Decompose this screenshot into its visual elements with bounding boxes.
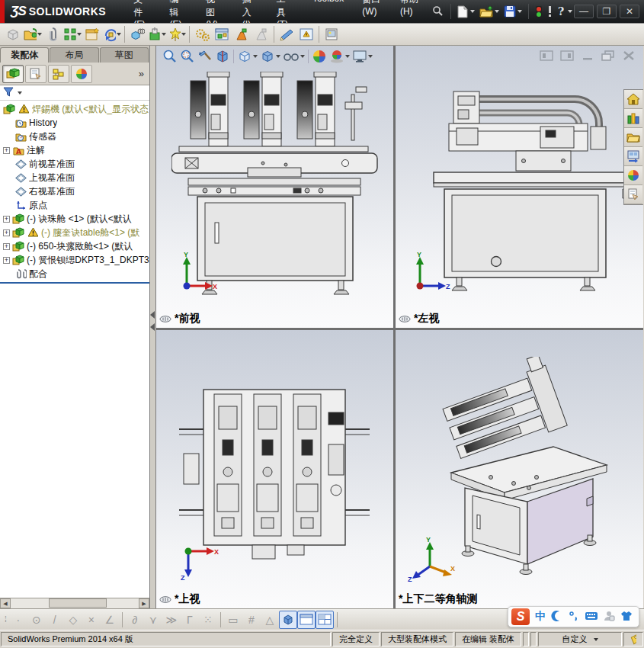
apply-scene-icon[interactable]	[328, 48, 351, 65]
close-button[interactable]: ✕	[620, 5, 639, 18]
viewport-vertical-splitter[interactable]	[393, 46, 396, 608]
view-palette-icon[interactable]	[624, 147, 642, 166]
move-component-icon[interactable]	[102, 24, 122, 44]
display-style-icon[interactable]	[259, 48, 281, 65]
sketch-corner-icon[interactable]: Γ	[181, 611, 199, 629]
viewport-front[interactable]: Y X *前视	[156, 46, 393, 328]
resources-home-icon[interactable]	[624, 90, 642, 109]
sketch-circle-icon[interactable]: ⊙	[27, 611, 46, 629]
tree-item-history[interactable]: History	[0, 116, 149, 130]
section-view-icon[interactable]	[277, 24, 296, 44]
instant3d-icon[interactable]	[232, 24, 252, 44]
search-icon[interactable]	[431, 4, 446, 19]
new-document-icon[interactable]	[456, 4, 476, 20]
minimize-button[interactable]: —	[574, 5, 594, 18]
ime-softkeyboard-icon[interactable]	[585, 611, 598, 624]
doc-window-icon-2[interactable]	[560, 50, 574, 61]
configurationmanager-tab-icon[interactable]	[48, 65, 69, 83]
displaymanager-tab-icon[interactable]	[71, 65, 92, 83]
shaded-view-icon[interactable]	[279, 611, 297, 629]
linear-component-pattern-icon[interactable]	[62, 24, 82, 44]
design-library-icon[interactable]	[624, 109, 642, 128]
sketch-offset-icon[interactable]: ≫	[162, 611, 181, 629]
ime-mode-chinese[interactable]: 中	[535, 610, 546, 624]
tree-item-front-plane[interactable]: 前视基准面	[0, 157, 149, 171]
propertymanager-tab-icon[interactable]	[25, 65, 46, 83]
featuremanager-tab-icon[interactable]	[2, 65, 24, 83]
previous-view-icon[interactable]	[197, 48, 213, 65]
appearances-scenes-icon[interactable]	[624, 166, 642, 185]
scroll-thumb[interactable]	[49, 598, 107, 608]
tab-sketch[interactable]: 草图	[100, 47, 149, 63]
doc-minimize-icon[interactable]	[581, 50, 594, 61]
zoom-to-area-icon[interactable]	[179, 48, 196, 65]
scroll-left-arrow[interactable]: ◀	[0, 598, 11, 608]
tree-root-assembly[interactable]: 焊錫機 (默认<默认_显示状态	[0, 102, 149, 116]
sketch-angle-icon[interactable]: ∠	[101, 611, 119, 629]
tree-item-component-1[interactable]: + (-) 诀珠舱 <1> (默认<默认	[0, 212, 149, 226]
hide-show-items-icon[interactable]	[282, 48, 306, 65]
panel-horizontal-scrollbar[interactable]: ◀ ▶	[0, 598, 149, 608]
ime-fullwidth-moon-icon[interactable]	[551, 610, 563, 624]
status-tag-icon[interactable]	[623, 632, 643, 646]
motion-study-icon[interactable]	[192, 24, 212, 44]
edit-appearance-icon[interactable]	[311, 48, 328, 65]
scroll-right-arrow[interactable]: ▶	[139, 598, 149, 608]
tree-item-annotations[interactable]: + A 注解	[0, 143, 149, 157]
save-icon[interactable]	[502, 4, 524, 19]
tree-item-origin[interactable]: 原点	[0, 198, 149, 212]
expand-box[interactable]: +	[3, 147, 10, 154]
expand-box[interactable]: +	[3, 216, 10, 223]
exploded-view-icon[interactable]	[212, 24, 232, 44]
insert-component-icon[interactable]	[3, 24, 23, 44]
expand-box[interactable]: +	[3, 229, 10, 236]
mate-icon[interactable]	[43, 24, 62, 44]
filter-icon[interactable]	[3, 87, 14, 99]
doc-close-icon[interactable]	[622, 50, 636, 61]
options-traffic-light-icon[interactable]	[533, 4, 544, 20]
filter-dropdown-arrow[interactable]	[18, 91, 22, 95]
ime-punctuation-icon[interactable]	[569, 610, 579, 624]
ime-profile-icon[interactable]	[604, 610, 615, 624]
viewport-left[interactable]: Y Z *左视	[396, 46, 643, 328]
toolbar-drag-handle[interactable]: ⁞	[5, 615, 6, 624]
sketch-pattern-icon[interactable]: ⁙	[199, 611, 217, 629]
scroll-track[interactable]	[11, 598, 139, 608]
help-icon[interactable]: ?	[556, 4, 574, 19]
splitter-collapse-arrows[interactable]	[150, 311, 155, 331]
preview-window-icon[interactable]	[322, 24, 341, 44]
ime-logo[interactable]: S	[511, 608, 530, 625]
panel-splitter[interactable]	[150, 46, 156, 608]
open-part-icon[interactable]	[23, 24, 43, 44]
custom-properties-icon[interactable]	[624, 185, 642, 204]
rebuild-exclaim-icon[interactable]	[546, 4, 554, 19]
tree-item-component-2-warning[interactable]: + (-) 膢奎诀table舱<1> (默	[0, 226, 149, 239]
sketch-point-icon[interactable]: ·	[9, 611, 27, 629]
assembly-features-icon[interactable]	[147, 24, 167, 44]
smart-fasteners-icon[interactable]	[82, 24, 102, 44]
view-settings-icon[interactable]	[351, 48, 373, 65]
viewport-top[interactable]: X Z *上视	[156, 330, 393, 608]
open-document-icon[interactable]	[478, 5, 501, 19]
assembly-visualization-icon[interactable]	[296, 24, 316, 44]
reference-geometry-icon[interactable]	[167, 24, 187, 44]
large-design-review-icon[interactable]	[252, 24, 271, 44]
show-hidden-components-icon[interactable]	[127, 24, 147, 44]
viewport-isometric[interactable]: Y Z X *上下二等角轴测	[396, 330, 643, 608]
section-view-icon[interactable]	[214, 48, 231, 65]
tree-item-component-3[interactable]: + (-) 650-块瘰敃舱<1> (默认	[0, 239, 149, 253]
tree-item-mates[interactable]: 配合	[0, 267, 149, 281]
tab-layout[interactable]: 布局	[50, 47, 98, 63]
tree-item-component-4[interactable]: + (-) 簧恨钡缌DKPT3_1_DKPT3-	[0, 253, 149, 267]
triangle-tool-icon[interactable]: △	[261, 611, 279, 629]
doc-restore-icon[interactable]	[601, 50, 615, 61]
tree-item-sensors[interactable]: 传感器	[0, 130, 149, 143]
sketch-trim-icon[interactable]: ×	[82, 611, 101, 629]
expand-box[interactable]: +	[3, 243, 10, 250]
view-orientation-icon[interactable]	[236, 48, 258, 65]
four-view-icon[interactable]	[316, 611, 334, 629]
viewport-horizontal-splitter[interactable]	[156, 328, 643, 330]
tree-item-top-plane[interactable]: 上视基准面	[0, 171, 149, 184]
rectangle-tool-icon[interactable]: ▭	[224, 611, 242, 629]
tree-item-right-plane[interactable]: 右视基准面	[0, 184, 149, 198]
